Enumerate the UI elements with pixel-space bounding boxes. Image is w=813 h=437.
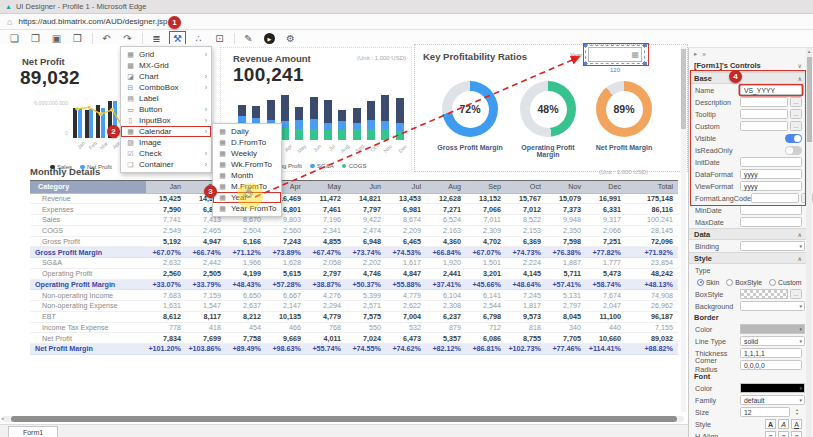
table-row[interactable]: EBT8,6128,1178,21210,1354,7797,5757,0046…	[30, 312, 678, 323]
section-header-border[interactable]: Border	[689, 312, 807, 323]
menu-item-calendar[interactable]: ▦Calendar›2	[121, 126, 211, 137]
property-input-corner-radius[interactable]: 0,0,0,0	[740, 360, 802, 370]
submenu-item-daily[interactable]: ▦Daily	[213, 126, 281, 137]
canvas-horizontal-scrollbar[interactable]: ◂	[2, 416, 684, 422]
table-row[interactable]: SG&A2,6322,4421,9661,6282,0582,2021,6171…	[30, 258, 678, 269]
form-controls-header[interactable]: [Form1]'s Controls ∨	[689, 60, 807, 72]
menu-item-label[interactable]: ▤Label	[121, 93, 211, 104]
monthly-details-table[interactable]: CategoryJanFebMarAprMayJunJulAugSepOctNo…	[30, 180, 678, 355]
menu-item-image[interactable]: ▨Image	[121, 137, 211, 148]
chevron-up-icon[interactable]: ∧	[798, 75, 802, 82]
dropdown-line-type[interactable]: solid	[740, 336, 805, 346]
panel-collapse-icon[interactable]: »	[702, 51, 706, 58]
radio-skin[interactable]: Skin	[697, 279, 719, 286]
url-text[interactable]: https://aud.bimatrix.com/AUD/designer.js…	[18, 17, 167, 26]
toggle-isreadonly[interactable]	[785, 146, 802, 155]
menu-item-container[interactable]: ❏Container›	[121, 159, 211, 170]
section-header-font[interactable]: Font	[689, 371, 807, 382]
dropdown-family[interactable]: default	[740, 395, 805, 405]
bold-button[interactable]: A	[765, 419, 776, 429]
color-swatch-color[interactable]	[740, 383, 805, 393]
spinner-input-size[interactable]: 12	[740, 407, 790, 417]
table-row[interactable]: Non-operating Expense1,6311,5472,6372,14…	[30, 301, 678, 312]
property-input-name[interactable]: VS_YYYY	[740, 85, 802, 95]
scroll-left-arrow-icon[interactable]: ◂	[1, 415, 4, 421]
chevron-up-icon[interactable]: ∧	[798, 231, 802, 238]
table-row[interactable]: Sales7,7417,4138,6709,8037,1969,4228,674…	[30, 215, 678, 226]
property-input-mindate[interactable]	[740, 205, 802, 215]
chevron-down-icon[interactable]: ▾	[799, 303, 802, 309]
toggle-visible[interactable]	[785, 134, 802, 143]
align-right-button[interactable]: ≡	[791, 431, 802, 437]
property-input-maxdate[interactable]	[740, 217, 802, 227]
table-row[interactable]: Gross Profit Margin+67.07%+66.74%+71.12%…	[30, 247, 678, 258]
submenu-item-month[interactable]: ▦Month	[213, 170, 281, 181]
table-row[interactable]: COGS2,5492,4652,5042,5602,3412,4742,2092…	[30, 226, 678, 237]
table-row[interactable]: Net Profit Margin+101.20%+103.86%+89.49%…	[30, 344, 678, 355]
menu-item-button[interactable]: ▭Button›	[121, 104, 211, 115]
table-row[interactable]: Income Tax Expense7784184544667685505328…	[30, 323, 678, 334]
underline-button[interactable]: A	[791, 419, 802, 429]
align-center-button[interactable]: ≡	[778, 431, 789, 437]
menu-item-combobox[interactable]: ⊟ComboBox›	[121, 82, 211, 93]
chevron-up-icon[interactable]: ∧	[798, 255, 802, 262]
radio-custom[interactable]: Custom	[769, 279, 801, 286]
chevron-down-icon[interactable]: ▾	[799, 326, 802, 332]
browser-urlbar[interactable]: ⌂ https://aud.bimatrix.com/AUD/designer.…	[0, 14, 813, 30]
property-input-dataformat[interactable]: yyyy	[740, 169, 802, 179]
panel-scroll-thumb[interactable]	[807, 57, 812, 142]
table-row[interactable]: Operating Profit2,5602,5054,1995,6152,79…	[30, 269, 678, 280]
boxstyle-swatch[interactable]	[740, 289, 788, 299]
menu-item-chart[interactable]: ◪Chart›	[121, 71, 211, 82]
property-input-custom[interactable]	[740, 121, 788, 131]
radio-boxstyle[interactable]: BoxStyle	[726, 279, 762, 286]
chevron-down-icon[interactable]: ▾	[799, 243, 802, 249]
section-header-base[interactable]: Base∧4	[689, 72, 807, 84]
italic-button[interactable]: A	[778, 419, 789, 429]
scroll-up-arrow-icon[interactable]: ▴	[806, 48, 812, 54]
canvas-vertical-scrollbar[interactable]	[681, 46, 686, 412]
type-radio-group[interactable]: SkinBoxStyleCustom	[689, 276, 807, 288]
form1-tab[interactable]: Form1	[8, 426, 58, 437]
dropdown-binding[interactable]	[740, 241, 805, 251]
ellipsis-button[interactable]: ...	[790, 97, 802, 107]
property-input-description[interactable]	[740, 97, 788, 107]
menu-item-inputbox[interactable]: ▯InputBox›	[121, 115, 211, 126]
table-row[interactable]: Non-operating Income7,6837,1596,6506,667…	[30, 290, 678, 301]
table-row[interactable]: Revenue15,42514,57115,32016,46911,47214,…	[30, 194, 678, 205]
property-input-viewformat[interactable]: yyyy	[740, 181, 802, 191]
panel-scrollbar[interactable]: ▴	[806, 48, 812, 437]
table-row[interactable]: Operating Profit Margin+33.07%+33.79%+48…	[30, 280, 678, 291]
panel-pin-icon[interactable]: ▸	[694, 50, 697, 58]
submenu-item-d-fromto[interactable]: ▦D.FromTo	[213, 137, 281, 148]
ellipsis-button[interactable]: ...	[790, 109, 802, 119]
menu-item-grid[interactable]: ▦Grid›	[121, 49, 211, 60]
v-scroll-thumb[interactable]	[681, 49, 686, 129]
ellipsis-button[interactable]: ...	[790, 289, 802, 299]
chevron-down-icon[interactable]: ∨	[798, 62, 802, 69]
color-swatch-color[interactable]	[740, 324, 805, 334]
submenu-item-wk-fromto[interactable]: ▦Wk.FromTo	[213, 159, 281, 170]
chevron-down-icon[interactable]: ▾	[799, 385, 802, 391]
submenu-item-weekly[interactable]: ▦Weekly	[213, 148, 281, 159]
year-calendar-control[interactable]: Year ▦ 120	[570, 44, 650, 76]
property-input-formatlangcode[interactable]	[751, 193, 799, 203]
component-context-menu[interactable]: ▦Grid›▩MX-Grid◪Chart›⊟ComboBox›▤Label▭Bu…	[120, 46, 212, 173]
dropdown-background[interactable]	[740, 301, 805, 311]
property-input-initdate[interactable]	[740, 157, 802, 167]
menu-item-mx-grid[interactable]: ▩MX-Grid	[121, 60, 211, 71]
table-row[interactable]: Gross Profit5,1924,9476,1667,2434,8556,9…	[30, 237, 678, 248]
chevron-down-icon[interactable]: ▾	[799, 338, 802, 344]
ellipsis-button[interactable]: ...	[790, 121, 802, 131]
property-input-tooltip[interactable]	[740, 109, 788, 119]
spinner-arrows-icon[interactable]: ▴▾	[792, 408, 802, 417]
table-row[interactable]: Net Profit7,8347,6997,7589,6694,0117,024…	[30, 333, 678, 344]
design-canvas[interactable]: Net Profit 89,032 6,000,000,000 0 JanFeb…	[0, 44, 688, 424]
menu-item-check[interactable]: ☑Check›	[121, 148, 211, 159]
h-scroll-thumb[interactable]	[11, 416, 677, 422]
section-header-style[interactable]: Style∧	[689, 252, 807, 264]
table-row[interactable]: Expenses7,5906,8727,5616,8017,4617,7976,…	[30, 204, 678, 215]
chevron-down-icon[interactable]: ▾	[799, 397, 802, 403]
section-header-data[interactable]: Data∧	[689, 228, 807, 240]
property-input-thickness[interactable]: 1,1,1,1	[740, 348, 802, 358]
